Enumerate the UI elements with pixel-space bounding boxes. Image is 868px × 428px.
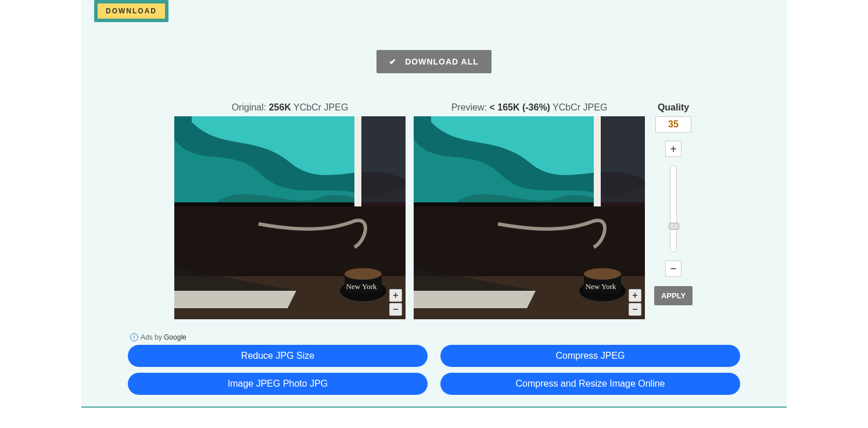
svg-marker-6 xyxy=(174,291,296,308)
preview-zoom-in-button[interactable]: + xyxy=(629,289,641,302)
svg-point-10 xyxy=(345,268,382,280)
preview-suffix: YCbCr JPEG xyxy=(550,102,607,112)
ads-label-brand: Google xyxy=(164,333,186,341)
original-zoom-out-button[interactable]: − xyxy=(389,303,402,316)
quality-input[interactable] xyxy=(655,116,691,133)
ads-label-prefix: Ads by xyxy=(141,333,164,341)
svg-point-22 xyxy=(584,268,621,280)
ad-link[interactable]: Compress JPEG xyxy=(440,345,740,367)
download-all-button[interactable]: ✔DOWNLOAD ALL xyxy=(376,50,492,73)
original-suffix: YCbCr JPEG xyxy=(291,102,348,112)
preview-prefix: Preview: xyxy=(451,102,490,112)
preview-image[interactable]: New York + − xyxy=(414,116,645,319)
quality-plus-button[interactable]: + xyxy=(665,141,682,157)
apply-button[interactable]: APPLY xyxy=(654,286,693,305)
ads-section: i Ads by Google Reduce JPG Size Compress… xyxy=(81,333,787,395)
ad-link[interactable]: Compress and Resize Image Online xyxy=(440,373,740,395)
original-prefix: Original: xyxy=(232,102,269,112)
download-chip: DOWNLOAD xyxy=(94,0,168,22)
svg-rect-14 xyxy=(600,116,645,206)
original-image[interactable]: New York + − xyxy=(174,116,406,319)
ad-link[interactable]: Image JPEG Photo JPG xyxy=(128,373,428,395)
preview-zoom-out-button[interactable]: − xyxy=(629,303,641,316)
preview-label: Preview: < 165K (-36%) YCbCr JPEG xyxy=(414,102,645,113)
svg-rect-17 xyxy=(414,206,645,276)
quality-slider[interactable] xyxy=(670,165,677,252)
info-icon: i xyxy=(130,333,138,341)
ads-label: i Ads by Google xyxy=(130,333,740,341)
preview-column: Preview: < 165K (-36%) YCbCr JPEG xyxy=(414,102,645,319)
ad-link[interactable]: Reduce JPG Size xyxy=(128,345,428,367)
svg-text:New York: New York xyxy=(346,282,377,291)
svg-marker-18 xyxy=(414,291,536,308)
svg-rect-5 xyxy=(174,206,406,276)
original-size: 256K xyxy=(269,102,291,112)
quality-title: Quality xyxy=(653,102,694,113)
download-button[interactable]: DOWNLOAD xyxy=(98,3,165,19)
svg-rect-2 xyxy=(360,116,406,206)
original-zoom-in-button[interactable]: + xyxy=(389,289,402,302)
original-label: Original: 256K YCbCr JPEG xyxy=(174,102,406,113)
check-icon: ✔ xyxy=(389,57,397,66)
svg-text:New York: New York xyxy=(586,282,616,291)
download-all-label: DOWNLOAD ALL xyxy=(405,57,479,66)
quality-panel: Quality + − APPLY xyxy=(653,102,694,319)
quality-slider-thumb[interactable] xyxy=(669,223,679,230)
original-column: Original: 256K YCbCr JPEG xyxy=(174,102,406,319)
quality-minus-button[interactable]: − xyxy=(665,261,682,277)
preview-size: < 165K (-36%) xyxy=(489,102,550,112)
